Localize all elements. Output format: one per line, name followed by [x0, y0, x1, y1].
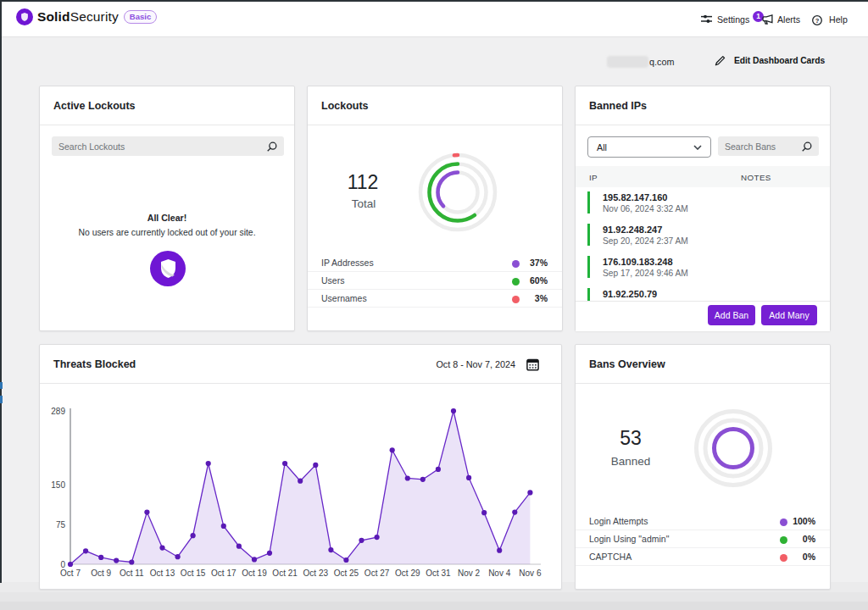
- svg-text:Oct 27: Oct 27: [364, 568, 390, 578]
- svg-text:Oct 23: Oct 23: [303, 568, 329, 578]
- svg-text:?: ?: [815, 17, 820, 25]
- svg-text:Oct 21: Oct 21: [272, 568, 298, 578]
- svg-text:Oct 11: Oct 11: [120, 568, 144, 578]
- svg-text:289: 289: [51, 407, 65, 416]
- svg-text:Oct 29: Oct 29: [395, 568, 420, 578]
- svg-text:150: 150: [51, 480, 65, 490]
- svg-text:Oct 9: Oct 9: [91, 568, 111, 578]
- svg-text:Oct 31: Oct 31: [426, 568, 451, 578]
- svg-text:75: 75: [56, 520, 66, 530]
- svg-text:Oct 19: Oct 19: [242, 568, 267, 578]
- svg-text:Oct 13: Oct 13: [150, 568, 175, 578]
- svg-text:Oct 17: Oct 17: [211, 568, 236, 578]
- svg-text:Oct 25: Oct 25: [334, 568, 359, 578]
- svg-text:Nov 6: Nov 6: [519, 568, 542, 578]
- svg-text:Nov 2: Nov 2: [458, 568, 481, 578]
- svg-text:Nov 4: Nov 4: [488, 568, 511, 578]
- svg-text:Oct 7: Oct 7: [60, 568, 81, 578]
- svg-text:Oct 15: Oct 15: [181, 568, 206, 578]
